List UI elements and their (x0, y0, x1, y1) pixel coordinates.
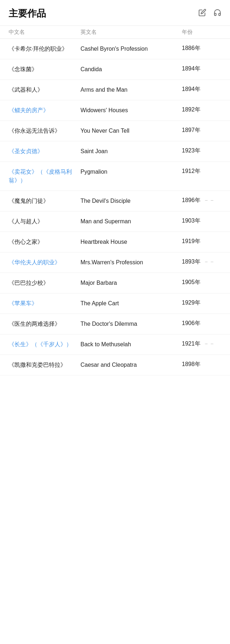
table-row[interactable]: 《人与超人》Man and Superman1903年 (0, 211, 230, 232)
works-table: 中文名 英文名 年份 《卡希尔·拜伦的职业》Cashel Byron's Pro… (0, 26, 230, 375)
table-header-row: 中文名 英文名 年份 (0, 26, 230, 39)
table-body: 《卡希尔·拜伦的职业》Cashel Byron's Profession1886… (0, 39, 230, 375)
cell-chinese-name: 《武器和人》 (9, 86, 80, 94)
cell-english-name: You Never Can Tell (80, 127, 182, 135)
page-header: 主要作品 (0, 0, 230, 26)
table-row[interactable]: 《你永远无法告诉》You Never Can Tell1897年 (0, 121, 230, 141)
cell-chinese-name[interactable]: 《圣女贞德》 (9, 147, 80, 156)
cell-english-name: Man and Superman (80, 217, 182, 226)
scroll-indicator: －－ (203, 197, 215, 204)
table-row[interactable]: 《念珠菌》Candida1894年 (0, 59, 230, 80)
table-row[interactable]: 《苹果车》The Apple Cart1929年 (0, 293, 230, 314)
table-row[interactable]: 《鳏夫的房产》Widowers' Houses1892年 (0, 100, 230, 121)
col-header-en: 英文名 (80, 29, 182, 36)
table-row[interactable]: 《凯撒和克娄巴特拉》Caesar and Cleopatra1898年 (0, 355, 230, 375)
cell-english-name: Cashel Byron's Profession (80, 45, 182, 53)
cell-english-name: The Apple Cart (80, 299, 182, 308)
scroll-indicator: －－ (203, 258, 215, 266)
cell-english-name: Caesar and Cleopatra (80, 361, 182, 369)
cell-chinese-name: 《人与超人》 (9, 217, 80, 226)
cell-english-name: Major Barbara (80, 279, 182, 287)
cell-chinese-name: 《伤心之家》 (9, 238, 80, 246)
table-row[interactable]: 《武器和人》Arms and the Man1894年 (0, 80, 230, 100)
cell-chinese-name[interactable]: 《华伦夫人的职业》 (9, 258, 80, 267)
col-header-zh: 中文名 (9, 29, 80, 36)
cell-english-name: Saint Joan (80, 147, 182, 156)
cell-year: 1905年 (182, 279, 221, 286)
table-row[interactable]: 《巴巴拉少校》Major Barbara1905年 (0, 273, 230, 293)
cell-english-name: Arms and the Man (80, 86, 182, 94)
cell-year: 1886年 (182, 45, 221, 52)
cell-chinese-name: 《巴巴拉少校》 (9, 279, 80, 287)
cell-chinese-name[interactable]: 《鳏夫的房产》 (9, 106, 80, 115)
table-row[interactable]: 《卖花女》（《皮格马利翁》）Pygmalion1912年 (0, 162, 230, 191)
scroll-indicator: －－ (203, 340, 215, 348)
cell-english-name: The Devil's Disciple (80, 197, 182, 205)
table-row[interactable]: 《长生》（《千岁人》）Back to Methuselah1921年－－ (0, 334, 230, 355)
cell-chinese-name[interactable]: 《长生》（《千岁人》） (9, 340, 80, 349)
cell-english-name: Back to Methuselah (80, 340, 182, 349)
header-actions (198, 9, 221, 19)
cell-year: 1896年－－ (182, 197, 221, 204)
cell-chinese-name: 《念珠菌》 (9, 65, 80, 74)
cell-year: 1894年 (182, 65, 221, 73)
table-row[interactable]: 《卡希尔·拜伦的职业》Cashel Byron's Profession1886… (0, 39, 230, 59)
cell-english-name: Pygmalion (80, 168, 182, 176)
cell-year: 1892年 (182, 106, 221, 114)
cell-english-name: Candida (80, 65, 182, 74)
cell-year: 1929年 (182, 299, 221, 307)
cell-english-name: Mrs.Warren's Profession (80, 258, 182, 267)
cell-year: 1923年 (182, 147, 221, 155)
cell-year: 1921年－－ (182, 340, 221, 348)
cell-year: 1893年－－ (182, 258, 221, 266)
cell-english-name: Widowers' Houses (80, 106, 182, 115)
cell-chinese-name: 《你永远无法告诉》 (9, 127, 80, 135)
cell-year: 1898年 (182, 361, 221, 368)
edit-icon[interactable] (198, 9, 206, 19)
cell-chinese-name[interactable]: 《苹果车》 (9, 299, 80, 308)
cell-english-name: Heartbreak House (80, 238, 182, 246)
cell-chinese-name: 《医生的两难选择》 (9, 320, 80, 328)
page-title: 主要作品 (9, 7, 46, 20)
cell-year: 1894年 (182, 86, 221, 93)
table-row[interactable]: 《医生的两难选择》The Doctor's Dilemma1906年 (0, 314, 230, 334)
col-header-year: 年份 (182, 29, 221, 36)
table-row[interactable]: 《华伦夫人的职业》Mrs.Warren's Profession1893年－－ (0, 252, 230, 273)
cell-chinese-name: 《魔鬼的门徒》 (9, 197, 80, 205)
table-row[interactable]: 《魔鬼的门徒》The Devil's Disciple1896年－－ (0, 191, 230, 211)
cell-chinese-name[interactable]: 《卖花女》（《皮格马利翁》） (9, 168, 80, 185)
table-row[interactable]: 《伤心之家》Heartbreak House1919年 (0, 232, 230, 252)
cell-chinese-name: 《凯撒和克娄巴特拉》 (9, 361, 80, 369)
cell-year: 1912年 (182, 168, 221, 175)
cell-year: 1919年 (182, 238, 221, 245)
cell-english-name: The Doctor's Dilemma (80, 320, 182, 328)
cell-year: 1906年 (182, 320, 221, 327)
audio-icon[interactable] (213, 9, 221, 19)
table-row[interactable]: 《圣女贞德》Saint Joan1923年 (0, 141, 230, 162)
cell-year: 1903年 (182, 217, 221, 225)
cell-chinese-name: 《卡希尔·拜伦的职业》 (9, 45, 80, 53)
cell-year: 1897年 (182, 127, 221, 134)
